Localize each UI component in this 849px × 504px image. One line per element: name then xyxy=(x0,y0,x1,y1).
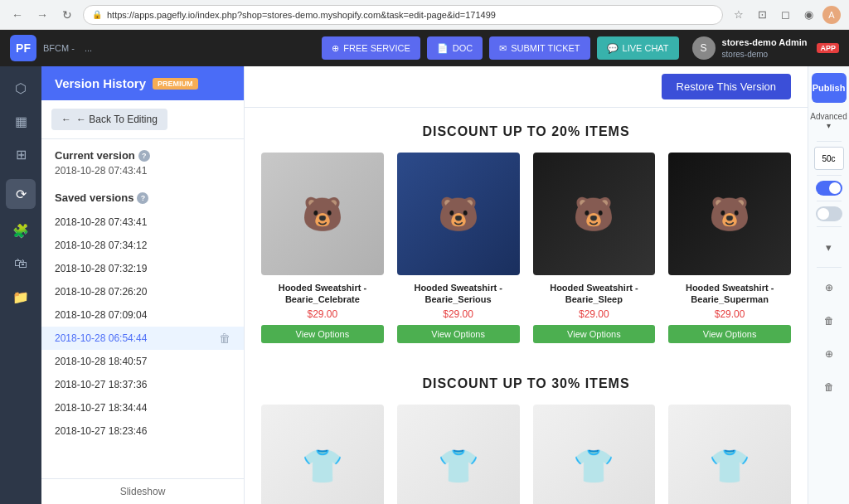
product-card: 🐻Hooded Sweatshirt - Bearie_Sleep$29.00V… xyxy=(533,153,656,343)
version-date: 2018-10-28 07:09:04 xyxy=(55,309,219,321)
current-version-section: Current version ? 2018-10-28 07:43:41 xyxy=(41,139,244,182)
version-panel-toolbar: ← ← Back To Editing xyxy=(41,100,244,139)
chevron-down-btn-1[interactable]: ▾ xyxy=(814,232,844,262)
version-list-item[interactable]: 2018-10-28 07:26:20 🗑 xyxy=(41,280,244,303)
live-chat-btn[interactable]: 💬 LIVE CHAT xyxy=(597,36,679,60)
value-input[interactable] xyxy=(814,147,844,170)
free-icon: ⊕ xyxy=(332,43,339,54)
version-list-item[interactable]: 2018-10-28 07:43:41 🗑 xyxy=(41,211,244,234)
product-card: 👕Short Sleeve T-Shirt - Bearie_SleepView… xyxy=(668,405,791,504)
pagefly-logo: PF xyxy=(10,35,36,61)
lock-icon: 🔒 xyxy=(92,10,102,19)
extension-btn3[interactable]: ◉ xyxy=(799,6,817,24)
forward-nav-btn[interactable]: → xyxy=(33,6,51,24)
divider-2 xyxy=(817,175,842,176)
product-icon: 👕 xyxy=(302,449,343,482)
version-date: 2018-10-28 07:34:12 xyxy=(55,240,219,251)
bookmark-btn[interactable]: ☆ xyxy=(730,6,748,24)
version-date: 2018-10-28 07:32:19 xyxy=(55,263,219,274)
editor-layout: ⬡ ▦ ⊞ ⟳ 🧩 🛍 📁 Version History PREMIUM ← … xyxy=(0,66,849,504)
sidebar-item-folders[interactable]: 📁 xyxy=(6,282,36,312)
version-date: 2018-10-27 18:23:46 xyxy=(55,425,219,437)
product-grid-1: 👕Short Sleeve T-Shirt - Bearie_Celebrate… xyxy=(245,405,808,504)
view-options-btn[interactable]: View Options xyxy=(397,325,520,343)
icon-sidebar: ⬡ ▦ ⊞ ⟳ 🧩 🛍 📁 xyxy=(0,66,41,504)
publish-btn-right[interactable]: Publish xyxy=(812,73,847,103)
user-info: stores-demo Admin stores-demo xyxy=(722,36,808,59)
version-list: 2018-10-28 07:43:41 🗑 2018-10-28 07:34:1… xyxy=(41,207,244,478)
product-image: 👕 xyxy=(261,405,384,504)
product-image: 👕 xyxy=(397,405,520,504)
bfcm-label: BFCM - xyxy=(43,43,75,53)
saved-versions-help-icon[interactable]: ? xyxy=(137,192,148,204)
toggle-1[interactable] xyxy=(816,181,842,196)
extension-btn2[interactable]: ◻ xyxy=(776,6,794,24)
product-card: 👕Short Sleeve T-Shirt - Bearie_SeriousVi… xyxy=(397,405,520,504)
version-list-item[interactable]: 2018-10-27 18:37:36 🗑 xyxy=(41,373,244,396)
product-name: Hooded Sweatshirt - Bearie_Superman xyxy=(668,282,791,306)
back-arrow-icon: ← xyxy=(61,114,71,125)
sidebar-item-apps[interactable]: 🧩 xyxy=(6,216,36,245)
version-list-item[interactable]: 2018-10-28 18:40:57 🗑 xyxy=(41,350,244,373)
version-date: 2018-10-28 07:43:41 xyxy=(55,216,219,228)
free-service-btn[interactable]: ⊕ FREE SERVICE xyxy=(322,36,420,60)
product-card: 🐻Hooded Sweatshirt - Bearie_Serious$29.0… xyxy=(397,153,520,343)
sidebar-item-history[interactable]: ⟳ xyxy=(6,179,36,209)
version-panel-title: Version History xyxy=(55,76,146,90)
current-version-date: 2018-10-28 07:43:41 xyxy=(55,165,230,177)
advanced-btn-right[interactable]: Advanced ▾ xyxy=(814,106,844,136)
version-list-item[interactable]: 2018-10-27 18:23:46 🗑 xyxy=(41,419,244,443)
product-card: 👕Short Sleeve T-Shirt - Bearie_Celebrate… xyxy=(261,405,384,504)
divider-5 xyxy=(817,267,842,268)
product-image: 🐻 xyxy=(397,153,520,275)
current-version-title: Current version ? xyxy=(55,149,230,162)
sidebar-item-elements[interactable]: ▦ xyxy=(6,106,36,136)
product-icon: 🐻 xyxy=(438,197,479,230)
delete-version-icon[interactable]: 🗑 xyxy=(219,332,230,345)
version-date: 2018-10-28 18:40:57 xyxy=(55,356,219,367)
trash-btn-2[interactable]: 🗑 xyxy=(814,372,844,402)
view-options-btn[interactable]: View Options xyxy=(533,325,656,343)
view-options-btn[interactable]: View Options xyxy=(668,325,791,343)
copy-btn-2[interactable]: ⊕ xyxy=(814,339,844,369)
user-badge: APP xyxy=(817,43,839,53)
sidebar-item-pages[interactable]: ⊞ xyxy=(6,139,36,169)
trash-btn[interactable]: 🗑 xyxy=(814,306,844,336)
user-sub: stores-demo xyxy=(722,49,808,60)
user-menu[interactable]: S stores-demo Admin stores-demo APP xyxy=(692,36,839,60)
product-price: $29.00 xyxy=(308,308,338,320)
back-to-editing-btn[interactable]: ← ← Back To Editing xyxy=(51,109,167,130)
doc-btn[interactable]: 📄 DOC xyxy=(427,36,483,60)
user-profile-btn[interactable]: A xyxy=(822,6,841,24)
version-list-item[interactable]: 2018-10-28 07:09:04 🗑 xyxy=(41,303,244,327)
address-bar[interactable]: 🔒 https://apps.pagefly.io/index.php?shop… xyxy=(83,5,723,25)
extension-btn1[interactable]: ⊡ xyxy=(753,6,771,24)
right-panel: Publish Advanced ▾ ▾ ⊕ 🗑 ⊕ 🗑 xyxy=(808,66,849,504)
version-list-item[interactable]: 2018-10-28 06:54:44 🗑 xyxy=(41,327,244,350)
doc-icon: 📄 xyxy=(437,43,449,54)
version-list-item[interactable]: 2018-10-28 07:34:12 🗑 xyxy=(41,234,244,257)
version-list-item[interactable]: 2018-10-27 18:34:44 🗑 xyxy=(41,396,244,419)
back-nav-btn[interactable]: ← xyxy=(8,6,27,24)
reload-btn[interactable]: ↻ xyxy=(58,6,76,24)
section-title-1: DISCOUNT UP TO 30% ITEMS xyxy=(245,360,808,405)
avatar: S xyxy=(692,36,716,60)
toggle-2[interactable] xyxy=(816,206,842,221)
copy-btn[interactable]: ⊕ xyxy=(814,273,844,303)
restore-bar: Restore This Version xyxy=(245,66,808,108)
view-options-btn[interactable]: View Options xyxy=(261,325,384,343)
sidebar-item-layers[interactable]: ⬡ xyxy=(6,73,36,103)
product-name: Hooded Sweatshirt - Bearie_Serious xyxy=(397,282,520,306)
version-list-item[interactable]: 2018-10-28 07:32:19 🗑 xyxy=(41,257,244,280)
version-panel-header: Version History PREMIUM xyxy=(41,66,244,100)
page-label: ... xyxy=(85,43,92,53)
ticket-icon: ✉ xyxy=(499,43,507,54)
product-price: $29.00 xyxy=(715,308,745,320)
restore-version-btn[interactable]: Restore This Version xyxy=(662,74,791,99)
premium-badge: PREMIUM xyxy=(153,78,198,90)
version-date: 2018-10-27 18:34:44 xyxy=(55,402,219,414)
sidebar-item-shopify[interactable]: 🛍 xyxy=(6,249,36,279)
submit-ticket-btn[interactable]: ✉ SUBMIT TICKET xyxy=(489,36,589,60)
current-version-help-icon[interactable]: ? xyxy=(138,150,150,162)
browser-bar: ← → ↻ 🔒 https://apps.pagefly.io/index.ph… xyxy=(0,0,849,30)
